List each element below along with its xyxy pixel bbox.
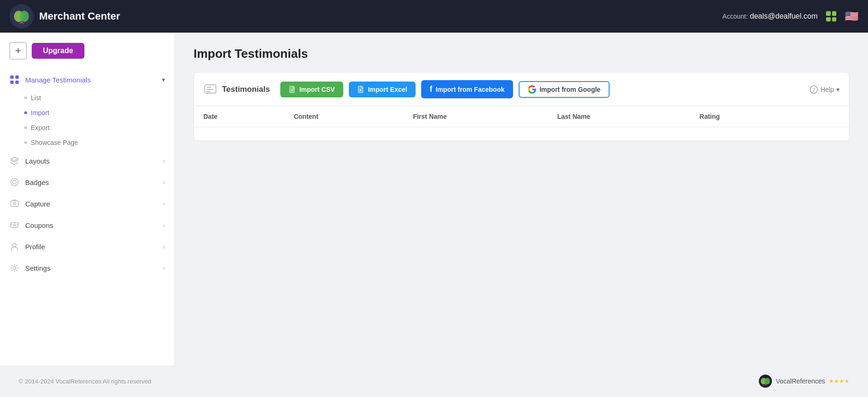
excel-file-icon <box>357 86 365 93</box>
sidebar-item-label-settings: Settings <box>25 264 163 272</box>
toolbar: Testimonials Import CSV <box>194 73 849 106</box>
footer-logo-icon <box>759 375 772 388</box>
sidebar-item-capture[interactable]: Capture › <box>0 193 174 214</box>
sidebar-item-profile[interactable]: Profile › <box>0 236 174 257</box>
footer-brand: VocalReferences ★★★★ <box>759 375 849 388</box>
subnav-testimonials: List Import Export Showcase Page <box>0 90 174 150</box>
sidebar-item-manage-testimonials[interactable]: Manage Testimonials ▾ <box>0 69 174 90</box>
chevron-right-icon: › <box>163 243 165 250</box>
table-empty-message <box>194 127 849 141</box>
header: Merchant Center Account: deals@dealfuel.… <box>0 0 868 33</box>
col-rating: Rating <box>690 106 798 127</box>
svg-rect-5 <box>10 81 14 84</box>
subnav-label-showcase-page: Showcase Page <box>31 139 78 146</box>
toolbar-title-area: Testimonials <box>203 82 270 96</box>
sidebar-item-label-badges: Badges <box>25 178 163 186</box>
person-icon <box>9 241 20 252</box>
svg-point-8 <box>13 180 16 184</box>
svg-rect-6 <box>15 81 19 84</box>
footer: © 2014-2024 VocalReferences All rights r… <box>0 365 868 397</box>
svg-rect-3 <box>10 75 14 79</box>
sidebar-item-label-manage-testimonials: Manage Testimonials <box>25 76 162 84</box>
sidebar-item-settings[interactable]: Settings › <box>0 257 174 279</box>
page-title: Import Testimonials <box>194 47 849 61</box>
svg-rect-16 <box>207 87 211 88</box>
chevron-right-icon: › <box>163 178 165 186</box>
grid-icon <box>9 75 20 85</box>
svg-text:?: ? <box>813 86 815 93</box>
help-button[interactable]: ? Help ▾ <box>810 85 840 94</box>
layers-icon <box>9 156 20 166</box>
sidebar-item-label-profile: Profile <box>25 243 163 251</box>
footer-brand-name: VocalReferences <box>776 377 825 385</box>
sidebar-nav: Manage Testimonials ▾ List Import Export <box>0 69 174 356</box>
subnav-item-showcase-page[interactable]: Showcase Page <box>24 135 174 150</box>
col-last-name: Last Name <box>548 106 690 127</box>
subnav-item-import[interactable]: Import <box>24 105 174 120</box>
sidebar-actions: + Upgrade <box>0 42 174 69</box>
svg-point-2 <box>20 11 29 22</box>
footer-copyright: © 2014-2024 VocalReferences All rights r… <box>19 378 151 385</box>
csv-file-icon <box>289 86 296 93</box>
svg-rect-11 <box>11 223 18 227</box>
help-circle-icon: ? <box>810 85 818 94</box>
upgrade-button[interactable]: Upgrade <box>32 43 84 59</box>
footer-stars: ★★★★ <box>829 378 849 384</box>
svg-rect-4 <box>15 75 19 79</box>
help-chevron-icon: ▾ <box>836 86 840 93</box>
sidebar-item-layouts[interactable]: Layouts › <box>0 150 174 171</box>
account-info: Account: deals@dealfuel.com <box>722 12 818 21</box>
import-csv-button[interactable]: Import CSV <box>280 82 343 97</box>
google-icon <box>528 85 536 94</box>
import-google-button[interactable]: Import from Google <box>519 81 610 98</box>
subnav-label-export: Export <box>31 124 49 131</box>
main-content: Import Testimonials Testimonials <box>175 33 868 365</box>
sidebar-item-badges[interactable]: Badges › <box>0 171 174 193</box>
sidebar-item-label-layouts: Layouts <box>25 157 163 165</box>
svg-point-10 <box>14 203 16 205</box>
subnav-dot <box>24 96 27 99</box>
logo-area: Merchant Center <box>9 4 120 28</box>
sidebar-item-coupons[interactable]: Coupons › <box>0 214 174 236</box>
add-button[interactable]: + <box>9 42 27 60</box>
col-content: Content <box>285 106 404 127</box>
table-empty-row <box>194 127 849 141</box>
coupon-icon <box>9 220 20 230</box>
svg-rect-9 <box>11 201 18 206</box>
svg-point-12 <box>14 224 15 226</box>
toolbar-testimonials-title: Testimonials <box>222 85 270 94</box>
testimonials-table: Date Content First Name Last Name Rating <box>194 106 849 141</box>
app-name: Merchant Center <box>39 10 120 22</box>
subnav-label-import: Import <box>31 109 49 116</box>
svg-point-25 <box>764 378 770 384</box>
grid-apps-icon[interactable] <box>826 11 836 21</box>
subnav-dot <box>24 111 27 114</box>
badge-icon <box>9 177 20 187</box>
sidebar: + Upgrade Manage Testimonials ▾ List <box>0 33 175 365</box>
subnav-item-list[interactable]: List <box>24 90 174 105</box>
logo-icon <box>9 4 34 28</box>
svg-rect-17 <box>207 89 213 90</box>
chevron-right-icon: › <box>163 157 165 164</box>
chevron-down-icon: ▾ <box>162 76 165 83</box>
subnav-dot <box>24 126 27 129</box>
col-first-name: First Name <box>403 106 548 127</box>
svg-point-14 <box>13 267 16 269</box>
import-facebook-button[interactable]: f Import from Facebook <box>421 80 513 98</box>
subnav-item-export[interactable]: Export <box>24 120 174 135</box>
col-date: Date <box>194 106 285 127</box>
chevron-right-icon: › <box>163 221 165 229</box>
sidebar-item-label-capture: Capture <box>25 200 163 208</box>
subnav-dot <box>24 141 27 144</box>
col-actions <box>798 106 849 127</box>
facebook-icon: f <box>430 84 432 94</box>
chevron-right-icon: › <box>163 264 165 272</box>
language-flag-icon[interactable]: 🇺🇸 <box>845 10 859 23</box>
capture-icon <box>9 198 20 209</box>
svg-point-13 <box>13 243 16 247</box>
subnav-label-list: List <box>31 94 41 102</box>
content-card: Testimonials Import CSV <box>194 72 849 141</box>
svg-rect-18 <box>207 91 210 92</box>
import-excel-button[interactable]: Import Excel <box>349 82 416 97</box>
svg-point-7 <box>11 178 18 186</box>
